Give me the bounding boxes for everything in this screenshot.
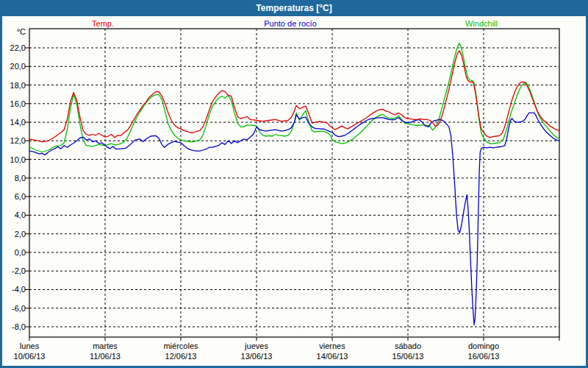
y-tick-label: 0,0	[0, 247, 26, 258]
day-name: jueves	[219, 341, 294, 351]
y-tick-label: 2,0	[0, 229, 26, 239]
y-tick-label: 6,0	[0, 191, 26, 202]
day-name: viernes	[295, 341, 370, 351]
day-date: 16/06/13	[446, 351, 521, 361]
day-date: 14/06/13	[295, 351, 370, 361]
day-name: martes	[68, 341, 143, 351]
y-tick-label: 14,0	[0, 117, 26, 127]
y-tick-label: 10,0	[0, 155, 26, 165]
y-tick-label: -8,0	[0, 322, 26, 332]
y-tick-label: 16,0	[0, 99, 26, 109]
day-name: miércoles	[143, 341, 218, 351]
y-tick-label: 8,0	[0, 173, 26, 183]
y-tick-label: -4,0	[0, 284, 26, 294]
day-name: domingo	[446, 341, 521, 351]
plot-frame	[29, 29, 559, 337]
series-line-temp-	[29, 51, 559, 142]
day-name: lunes	[0, 341, 67, 351]
weather-chart-window: Temperaturas [°C] Temp. Punto de rocío W…	[0, 0, 588, 368]
day-date: 11/06/13	[68, 351, 143, 361]
day-date: 12/06/13	[143, 351, 218, 361]
y-tick-label: 18,0	[0, 80, 26, 91]
y-tick-label: 20,0	[0, 61, 26, 71]
day-date: 13/06/13	[219, 351, 294, 361]
temperature-line-chart	[0, 0, 588, 368]
y-tick-label: 12,0	[0, 135, 26, 146]
day-date: 15/06/13	[370, 351, 445, 361]
day-date: 10/06/13	[0, 351, 67, 361]
y-tick-label: -6,0	[0, 303, 26, 314]
y-tick-label: 4,0	[0, 210, 26, 220]
day-name: sábado	[370, 341, 445, 351]
y-tick-label: -2,0	[0, 266, 26, 276]
y-tick-label: 22,0	[0, 43, 26, 53]
